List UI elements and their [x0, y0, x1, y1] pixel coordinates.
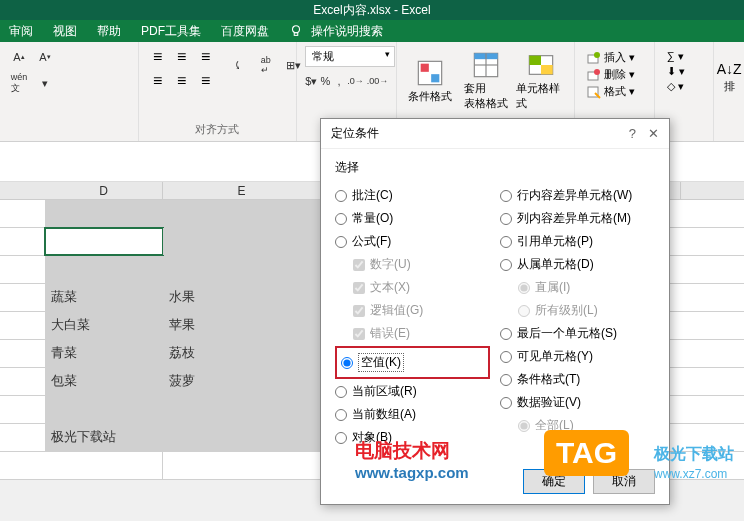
merge-button[interactable]: ⊞▾	[283, 54, 305, 76]
cell-style-button[interactable]: 单元格样式	[516, 46, 566, 116]
format-button[interactable]: 格式 ▾	[587, 84, 641, 99]
radio-formulas[interactable]: 公式(F)	[335, 230, 490, 253]
number-format-dropdown[interactable]: 常规	[305, 46, 395, 67]
radio-row-diff[interactable]: 行内容差异单元格(W)	[500, 184, 655, 207]
highlight-blanks: 空值(K)	[335, 346, 490, 379]
cell[interactable]	[163, 200, 321, 227]
cell[interactable]: 极光下载站	[45, 424, 163, 451]
col-header-E[interactable]: E	[163, 182, 321, 199]
align-top-button[interactable]: ≡	[147, 46, 169, 68]
svg-point-13	[594, 52, 600, 58]
radio-col-diff[interactable]: 列内容差异单元格(M)	[500, 207, 655, 230]
radio-current-array[interactable]: 当前数组(A)	[335, 403, 490, 426]
watermark-tagxp: 电脑技术网 www.tagxp.com	[355, 438, 469, 481]
wrap-text-button[interactable]: ab↵	[255, 54, 277, 76]
tab-review[interactable]: 审阅	[5, 23, 37, 40]
svg-point-15	[594, 69, 600, 75]
radio-cond-format[interactable]: 条件格式(T)	[500, 368, 655, 391]
sort-icon: A↓Z	[717, 61, 742, 77]
svg-rect-1	[294, 33, 298, 36]
cell[interactable]	[163, 256, 321, 283]
orientation-button[interactable]: ⤹	[227, 54, 249, 76]
cell[interactable]: 水果	[163, 284, 321, 311]
ribbon-tabs: 审阅 视图 帮助 PDF工具集 百度网盘 操作说明搜索	[0, 20, 744, 42]
increase-font-button[interactable]: A▴	[8, 46, 30, 68]
radio-current-region[interactable]: 当前区域(R)	[335, 380, 490, 403]
tell-me-search[interactable]: 操作说明搜索	[285, 23, 391, 40]
align-left-button[interactable]: ≡	[147, 70, 169, 92]
clear-button[interactable]: ◇ ▾	[667, 80, 702, 93]
cell[interactable]	[45, 396, 163, 423]
window-title: Excel内容.xlsx - Excel	[0, 0, 744, 20]
insert-icon	[587, 51, 601, 65]
table-format-button[interactable]: 套用 表格格式	[461, 46, 511, 116]
font-dropdown-icon[interactable]: ▾	[34, 72, 56, 94]
cell[interactable]: 苹果	[163, 312, 321, 339]
sort-button[interactable]: A↓Z 排	[714, 42, 744, 112]
align-middle-button[interactable]: ≡	[171, 46, 193, 68]
radio-all-levels: 所有级别(L)	[500, 299, 655, 322]
svg-point-0	[293, 26, 300, 33]
cell[interactable]: 大白菜	[45, 312, 163, 339]
cell[interactable]	[45, 256, 163, 283]
radio-blanks[interactable]: 空值(K)	[341, 350, 484, 375]
radio-last-cell[interactable]: 最后一个单元格(S)	[500, 322, 655, 345]
cell[interactable]: 蔬菜	[45, 284, 163, 311]
dialog-title: 定位条件	[331, 125, 379, 142]
radio-precedents[interactable]: 引用单元格(P)	[500, 230, 655, 253]
col-header-D[interactable]: D	[45, 182, 163, 199]
tab-pdftools[interactable]: PDF工具集	[137, 23, 205, 40]
help-button[interactable]: ?	[629, 126, 636, 141]
check-errors: 错误(E)	[335, 322, 490, 345]
check-text: 文本(X)	[335, 276, 490, 299]
percent-button[interactable]: %	[320, 70, 330, 92]
bulb-icon	[289, 24, 303, 38]
cell[interactable]: 菠萝	[163, 368, 321, 395]
cond-format-icon	[416, 59, 444, 87]
radio-visible[interactable]: 可见单元格(Y)	[500, 345, 655, 368]
align-right-button[interactable]: ≡	[195, 70, 217, 92]
cell[interactable]: 包菜	[45, 368, 163, 395]
section-label: 选择	[335, 159, 655, 176]
cell[interactable]	[45, 200, 163, 227]
radio-validation[interactable]: 数据验证(V)	[500, 391, 655, 414]
table-format-icon	[472, 51, 500, 79]
radio-direct: 直属(I)	[500, 276, 655, 299]
align-bottom-button[interactable]: ≡	[195, 46, 217, 68]
delete-button[interactable]: 删除 ▾	[587, 67, 641, 82]
tab-baidudisk[interactable]: 百度网盘	[217, 23, 273, 40]
radio-comments[interactable]: 批注(C)	[335, 184, 490, 207]
delete-icon	[587, 68, 601, 82]
cell[interactable]	[163, 424, 321, 451]
close-button[interactable]: ✕	[648, 126, 659, 141]
active-cell[interactable]	[45, 228, 163, 255]
radio-constants[interactable]: 常量(O)	[335, 207, 490, 230]
currency-button[interactable]: $▾	[305, 70, 317, 92]
comma-button[interactable]: ,	[334, 70, 344, 92]
tab-help[interactable]: 帮助	[93, 23, 125, 40]
align-center-button[interactable]: ≡	[171, 70, 193, 92]
increase-decimal-button[interactable]: .0→	[347, 70, 364, 92]
insert-button[interactable]: 插入 ▾	[587, 50, 641, 65]
conditional-format-button[interactable]: 条件格式	[405, 46, 455, 116]
cell[interactable]	[163, 228, 321, 255]
format-icon	[587, 85, 601, 99]
autosum-button[interactable]: ∑ ▾	[667, 50, 702, 63]
tab-view[interactable]: 视图	[49, 23, 81, 40]
fill-button[interactable]: ⬇ ▾	[667, 65, 702, 78]
decrease-font-button[interactable]: A▾	[34, 46, 56, 68]
phonetic-button[interactable]: wén文	[8, 72, 30, 94]
check-numbers: 数字(U)	[335, 253, 490, 276]
cell[interactable]: 青菜	[45, 340, 163, 367]
alignment-group-label: 对齐方式	[147, 120, 288, 137]
svg-rect-11	[541, 65, 553, 74]
tag-badge: TAG	[544, 430, 629, 476]
radio-dependents[interactable]: 从属单元格(D)	[500, 253, 655, 276]
cell[interactable]	[163, 452, 321, 479]
svg-rect-10	[530, 56, 542, 65]
cell[interactable]: 荔枝	[163, 340, 321, 367]
check-logical: 逻辑值(G)	[335, 299, 490, 322]
decrease-decimal-button[interactable]: .00→	[367, 70, 389, 92]
cell[interactable]	[45, 452, 163, 479]
cell[interactable]	[163, 396, 321, 423]
